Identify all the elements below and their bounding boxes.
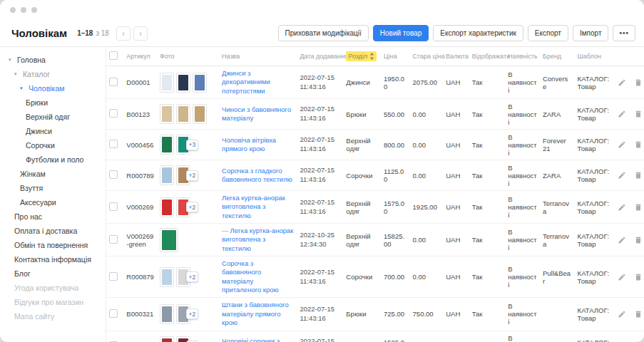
sidebar-item[interactable]: Футболки и поло: [0, 152, 106, 167]
sidebar-item-label: Блог: [14, 269, 31, 278]
row-checkbox[interactable]: [109, 78, 118, 86]
window-dot-icon[interactable]: [31, 7, 37, 13]
table-row[interactable]: V000269-green —Легка куртка-анорак вигот…: [106, 224, 644, 256]
sidebar-item[interactable]: ▾Каталог: [0, 67, 106, 81]
edit-icon[interactable]: [618, 171, 626, 180]
pagination-total: з 18: [96, 29, 109, 37]
sidebar-item[interactable]: Обмін та повернення: [0, 238, 106, 252]
product-name-link[interactable]: Штани з бавовняного матеріалу прямого кр…: [222, 301, 289, 326]
more-photos-badge[interactable]: +2: [186, 309, 198, 319]
product-photos: +3: [160, 135, 216, 155]
product-photo: [193, 104, 207, 124]
sidebar-item[interactable]: Про нас: [0, 209, 106, 224]
edit-icon[interactable]: [618, 236, 626, 244]
delete-icon[interactable]: [634, 110, 643, 118]
product-name-link[interactable]: Чоловіча вітрівка прямого крою: [222, 136, 276, 152]
edit-icon[interactable]: [618, 273, 626, 281]
more-photos-badge[interactable]: +3: [186, 140, 198, 150]
row-checkbox[interactable]: [109, 109, 118, 118]
delete-icon[interactable]: [634, 140, 643, 149]
hide-modifications-button[interactable]: Приховати модифікації: [278, 25, 369, 41]
more-button[interactable]: •••: [613, 25, 635, 41]
edit-icon[interactable]: [618, 110, 626, 118]
header-actions: Приховати модифікаціїНовий товарЕкспорт …: [278, 25, 635, 41]
delete-icon[interactable]: [634, 203, 643, 212]
row-checkbox[interactable]: [109, 272, 118, 281]
select-all-checkbox[interactable]: [109, 51, 118, 60]
price-cell: 800.00: [381, 130, 410, 160]
product-name-link[interactable]: Чиноси з бавовняного матеріалу: [222, 105, 291, 122]
row-checkbox[interactable]: [109, 170, 118, 179]
prev-page-button[interactable]: ‹: [116, 26, 131, 41]
table-row[interactable]: V000456 +3 Чоловіча вітрівка прямого кро…: [106, 130, 644, 160]
more-photos-badge[interactable]: +2: [186, 271, 198, 282]
delete-icon[interactable]: [634, 78, 643, 87]
row-checkbox[interactable]: [109, 309, 118, 318]
row-checkbox[interactable]: [109, 140, 118, 148]
delete-icon[interactable]: [634, 310, 643, 318]
sidebar-item[interactable]: Взуття: [0, 181, 106, 195]
column-header-sku[interactable]: Артикул: [123, 47, 157, 66]
table-row[interactable]: R000587 +2 Чоловічі сорочки з легкого те…: [106, 331, 644, 342]
sidebar-item[interactable]: ▾Чоловікам: [0, 81, 106, 95]
export-button[interactable]: Експорт: [528, 25, 568, 41]
export-characteristics-button[interactable]: Експорт характеристик: [433, 25, 523, 41]
window-dot-icon[interactable]: [21, 7, 26, 13]
sidebar-item[interactable]: Мапа сайту: [0, 309, 106, 323]
sidebar-item[interactable]: Джинси: [0, 124, 106, 138]
section-cell: Верхній одяг: [343, 130, 381, 160]
product-name-link[interactable]: —Легка куртка-анорак виготовлена з текст…: [222, 227, 293, 252]
sidebar-item[interactable]: Угода користувача: [0, 281, 106, 295]
table-row[interactable]: B00123 Чиноси з бавовняного матеріалу 20…: [106, 99, 644, 130]
next-page-button[interactable]: ›: [133, 26, 148, 41]
edit-icon[interactable]: [618, 203, 626, 212]
column-header-display[interactable]: Відображати: [469, 47, 506, 66]
column-header-template[interactable]: Шаблон: [575, 47, 615, 66]
delete-icon[interactable]: [634, 273, 643, 281]
row-checkbox[interactable]: [109, 202, 118, 211]
sidebar-item[interactable]: Аксесуари: [0, 195, 106, 209]
more-photos-badge[interactable]: +2: [186, 202, 198, 212]
sidebar-item[interactable]: Контактна інформація: [0, 252, 106, 266]
column-header-brand[interactable]: Бренд: [540, 47, 575, 66]
column-header-currency[interactable]: Валюта: [443, 47, 469, 66]
column-header-price[interactable]: Ціна: [381, 47, 410, 66]
column-header-name[interactable]: Назва: [219, 47, 297, 66]
sidebar-item[interactable]: Блог: [0, 266, 106, 281]
sidebar-item[interactable]: Верхній одяг: [0, 110, 106, 124]
new-product-button[interactable]: Новий товар: [373, 25, 429, 41]
sidebar-item[interactable]: Сорочки: [0, 138, 106, 152]
edit-icon[interactable]: [618, 140, 626, 149]
edit-icon[interactable]: [618, 78, 626, 87]
column-header-section-sorted[interactable]: Розділ: [346, 51, 377, 61]
table-row[interactable]: R000879 +2 Сорочка з бавовняного матеріа…: [106, 256, 644, 298]
table-row[interactable]: R000789 +2 Сорочка з гладкого бавовняног…: [106, 160, 644, 191]
product-name-link[interactable]: Легка куртка-анорак виготовлена з тексти…: [222, 194, 285, 219]
table-row[interactable]: B000321 +2 Штани з бавовняного матеріалу…: [106, 298, 644, 331]
row-checkbox[interactable]: [109, 235, 118, 244]
product-name-link[interactable]: Джинси з декоративними потертостями: [222, 69, 270, 95]
column-header-date[interactable]: Дата додавання: [297, 47, 344, 66]
sidebar-item[interactable]: Жінкам: [0, 167, 106, 181]
chevron-down-icon[interactable]: ▾: [20, 86, 26, 91]
product-name-link[interactable]: Чоловічі сорочки з легкого текстилю: [222, 337, 280, 342]
window-dot-icon[interactable]: [10, 7, 16, 13]
delete-icon[interactable]: [634, 171, 643, 180]
edit-icon[interactable]: [618, 310, 626, 318]
sidebar-item[interactable]: Відгуки про магазин: [0, 295, 106, 309]
chevron-down-icon[interactable]: ▾: [14, 71, 20, 77]
sidebar-item-label: Відгуки про магазин: [14, 298, 83, 306]
column-header-stock[interactable]: Наявність: [505, 47, 540, 66]
sidebar-item[interactable]: Брюки: [0, 95, 106, 110]
more-photos-badge[interactable]: +2: [186, 170, 198, 181]
table-row[interactable]: D00001 Джинси з декоративними потертостя…: [106, 66, 644, 99]
sidebar-item[interactable]: ▾Головна: [0, 53, 106, 67]
product-name-link[interactable]: Сорочка з бавовняного матеріалу притален…: [222, 259, 279, 294]
sidebar-item[interactable]: Оплата і доставка: [0, 224, 106, 238]
chevron-down-icon[interactable]: ▾: [9, 57, 14, 63]
product-name-link[interactable]: Сорочка з гладкого бавовняного текстилю: [222, 167, 292, 183]
import-button[interactable]: Імпорт: [573, 25, 609, 41]
column-header-old-price[interactable]: Стара ціна: [410, 47, 444, 66]
delete-icon[interactable]: [634, 236, 643, 244]
table-row[interactable]: V000269 +2 Легка куртка-анорак виготовле…: [106, 191, 644, 224]
